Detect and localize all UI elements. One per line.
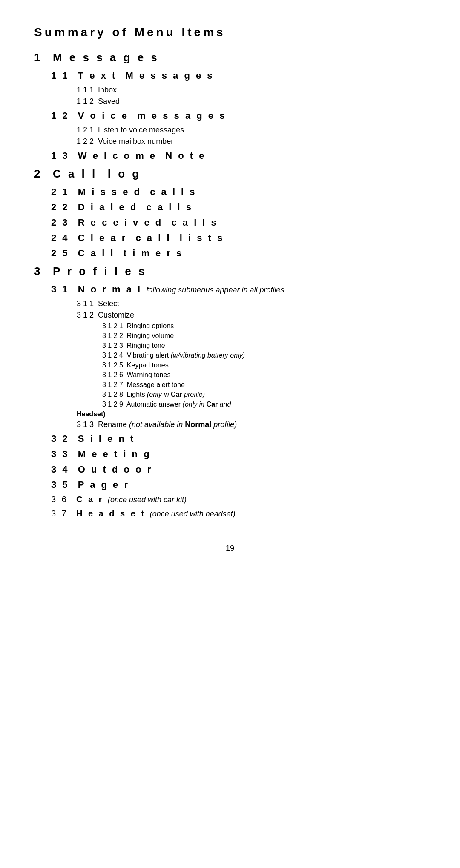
item-3-1-2-8-number: 3 1 2 8 [102,391,127,398]
subsection-3-3-heading: 3 3 M e e t i n g [51,449,426,460]
item-3-1-2-2-number: 3 1 2 2 [102,332,127,339]
subsection-2-2-heading: 2 2 D i a l e d c a l l s [51,202,426,213]
subsection-1-3-number: 1 3 [51,150,78,161]
item-3-1-2-number: 3 1 2 [77,311,98,319]
subsection-1-3-heading: 1 3 W e l c o m e N o t e [51,150,426,161]
item-3-1-2-1-number: 3 1 2 1 [102,322,127,329]
section-1-number: 1 [34,51,53,64]
item-3-1-2-3-number: 3 1 2 3 [102,342,127,349]
item-3-1-2-7-text: Message alert tone [127,381,185,388]
subsection-1-1: 1 1 T e x t M e s s a g e s 1 1 1 Inbox … [34,70,426,106]
item-3-1-2-1-text: Ringing options [127,322,174,329]
subsection-3-1-number: 3 1 [51,284,78,295]
item-1-1-1: 1 1 1 Inbox [77,86,426,95]
item-3-1-3-bold: Normal [185,420,211,429]
subsection-3-4-title: O u t d o o r [78,464,152,475]
item-3-1-2-3: 3 1 2 3 Ringing tone [102,342,426,349]
subsection-3-3-title: M e e t i n g [78,449,151,459]
subsection-3-2-heading: 3 2 S i l e n t [51,433,426,444]
subsection-3-2-number: 3 2 [51,433,78,444]
subsection-3-7-title: H e a d s e t [76,509,146,518]
item-3-1-2-1: 3 1 2 1 Ringing options [102,322,426,330]
subsection-2-2-number: 2 2 [51,202,78,212]
section-profiles: 3 P r o f i l e s 3 1 N o r m a l follow… [34,265,426,519]
section-1-heading: 1 M e s s a g e s [34,51,426,64]
item-3-1-2-8: 3 1 2 8 Lights (only in Car profile) [102,391,426,398]
page-title: Summary of Menu Items [34,26,426,39]
subsection-2-4-number: 2 4 [51,232,78,243]
item-3-1-2-5-text: Keypad tones [127,361,169,369]
subsection-1-2-title: V o i c e m e s s a g e s [78,110,227,121]
item-3-1-2-9-bold: Car [207,401,218,408]
item-3-1-2-5-number: 3 1 2 5 [102,361,127,369]
item-3-1-2-5: 3 1 2 5 Keypad tones [102,361,426,369]
item-1-2-1-text: Listen to voice messages [98,126,184,134]
subsection-3-2-title: S i l e n t [78,433,135,444]
subsection-1-1-number: 1 1 [51,70,78,81]
item-3-1-2-8-text: Lights [127,391,147,398]
subsection-2-2-title: D i a l e d c a l l s [78,202,193,212]
subsection-3-4-number: 3 4 [51,464,78,475]
item-1-2-1: 1 2 1 Listen to voice messages [77,126,426,135]
item-3-1-2-4-text: Vibrating alert [127,352,171,359]
section-3-number: 3 [34,265,53,278]
item-3-1-2-4-number: 3 1 2 4 [102,352,127,359]
subsection-3-4-heading: 3 4 O u t d o o r [51,464,426,475]
section-2-title: C a l l l o g [53,167,141,180]
subsection-3-6-heading: 3 6 C a r (once used with car kit) [51,495,426,504]
item-1-1-1-number: 1 1 1 [77,86,98,94]
subsection-3-6-number: 3 6 [51,495,76,504]
subsection-2-4-title: C l e a r c a l l l i s t s [78,232,224,243]
subsection-1-2-number: 1 2 [51,110,78,121]
section-2-number: 2 [34,167,53,180]
item-3-1-3-number: 3 1 3 [77,420,98,429]
subsection-3-7-note: (once used with headset) [150,510,236,518]
subsection-1-3: 1 3 W e l c o m e N o t e [34,150,426,161]
item-3-1-2-4: 3 1 2 4 Vibrating alert (w/vibrating bat… [102,352,426,359]
subsection-2-5-heading: 2 5 C a l l t i m e r s [51,248,426,259]
subsection-2-3-number: 2 3 [51,217,78,228]
item-3-1-1: 3 1 1 Select [77,299,426,308]
item-3-1-2-8-note1: (only in [147,391,171,398]
subsection-3-6-title: C a r [76,495,104,504]
item-3-1-2-9-note1: (only in [183,401,207,408]
item-3-1-1-text: Select [98,299,119,308]
item-1-2-2-text: Voice mailbox number [98,137,173,146]
item-3-1-2-6-text: Warning tones [127,371,171,378]
item-1-2-1-number: 1 2 1 [77,126,98,134]
section-messages: 1 M e s s a g e s 1 1 T e x t M e s s a … [34,51,426,161]
section-2-heading: 2 C a l l l o g [34,167,426,180]
subsection-3-1-title: N o r m a l [78,284,142,295]
item-3-1-2-2: 3 1 2 2 Ringing volume [102,332,426,340]
subsection-3-1-note: following submenus appear in all profile… [146,286,284,294]
page-number: 19 [34,544,426,553]
subsection-2-5-number: 2 5 [51,248,78,258]
item-3-1-2-8-bold: Car [171,391,182,398]
item-3-1-3-text: Rename [98,420,129,429]
subsection-3-5-heading: 3 5 P a g e r [51,479,426,490]
section-1-title: M e s s a g e s [53,51,159,64]
subsection-1-1-title: T e x t M e s s a g e s [78,70,214,81]
item-3-1-2-9-number: 3 1 2 9 [102,401,126,408]
subsection-1-3-title: W e l c o m e N o t e [78,150,206,161]
item-1-1-2-number: 1 1 2 [77,97,98,106]
item-3-1-2-9-text: Automatic answer [126,401,183,408]
subsection-2-1-heading: 2 1 M i s s e d c a l l s [51,186,426,198]
subsection-2-3-title: R e c e i v e d c a l l s [78,217,218,228]
item-1-2-2-number: 1 2 2 [77,137,98,146]
item-3-1-3-note1: (not available in [129,420,185,429]
item-3-1-2-6-number: 3 1 2 6 [102,371,127,378]
item-3-1-2-7-number: 3 1 2 7 [102,381,127,388]
item-1-1-1-text: Inbox [98,86,117,94]
subsection-2-4-heading: 2 4 C l e a r c a l l l i s t s [51,232,426,243]
item-3-1-2-7: 3 1 2 7 Message alert tone [102,381,426,389]
item-1-1-2-text: Saved [98,97,120,106]
item-3-1-2-2-text: Ringing volume [127,332,174,339]
subsection-2-3-heading: 2 3 R e c e i v e d c a l l s [51,217,426,228]
item-1-1-2: 1 1 2 Saved [77,97,426,106]
headset-inline-label: Headset) [77,410,426,418]
item-3-1-2-text: Customize [98,311,134,319]
item-3-1-1-number: 3 1 1 [77,299,98,308]
section-calllog: 2 C a l l l o g 2 1 M i s s e d c a l l … [34,167,426,259]
item-3-1-2-4-note: (w/vibrating battery only) [171,352,245,359]
